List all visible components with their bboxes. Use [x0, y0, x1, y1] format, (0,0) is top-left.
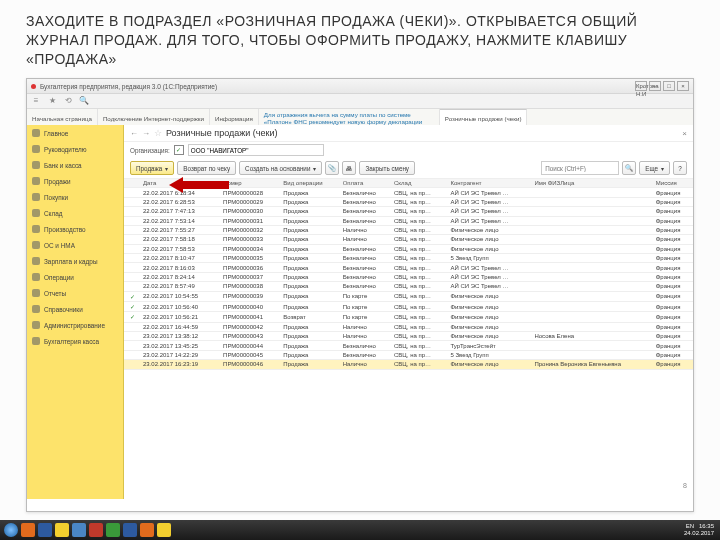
- screenshot-frame: Бухгалтерия предприятия, редакция 3.0 (1…: [26, 78, 694, 512]
- help-button[interactable]: ?: [673, 161, 687, 175]
- table-row[interactable]: 22.02.2017 6:28:53ПРМ00000029ПродажаБезн…: [124, 197, 693, 206]
- taskbar-app[interactable]: [157, 523, 171, 537]
- sidebar-label: Операции: [44, 274, 74, 281]
- sidebar-item[interactable]: Склад: [27, 205, 123, 221]
- slide-title: ЗАХОДИТЕ В ПОДРАЗДЕЛ «РОЗНИЧНАЯ ПРОДАЖА …: [26, 12, 694, 69]
- col-header[interactable]: Имя ФИЗЛица: [531, 179, 652, 188]
- window-titlebar: Бухгалтерия предприятия, редакция 3.0 (1…: [27, 79, 693, 94]
- table-row[interactable]: ✓22.02.2017 10:56:21ПРМ00000041ВозвратПо…: [124, 312, 693, 322]
- search-icon[interactable]: 🔍: [79, 96, 89, 106]
- sidebar-item[interactable]: ОС и НМА: [27, 237, 123, 253]
- sidebar: ГлавноеРуководителюБанк и кассаПродажиПо…: [27, 125, 124, 499]
- close-shift-button[interactable]: Закрыть смену: [359, 161, 415, 175]
- sidebar-item[interactable]: Главное: [27, 125, 123, 141]
- taskbar-app[interactable]: [89, 523, 103, 537]
- sale-button[interactable]: Продажа▾: [130, 161, 174, 175]
- col-header[interactable]: Миссия: [653, 179, 693, 188]
- sidebar-icon: [32, 225, 40, 233]
- history-icon[interactable]: ⟲: [63, 96, 73, 106]
- sidebar-item[interactable]: Банк и касса: [27, 157, 123, 173]
- sidebar-label: Склад: [44, 210, 63, 217]
- sidebar-item[interactable]: Покупки: [27, 189, 123, 205]
- taskbar-app[interactable]: [55, 523, 69, 537]
- back-button[interactable]: ←: [130, 129, 138, 138]
- sidebar-label: Главное: [44, 130, 68, 137]
- table-row[interactable]: 23.02.2017 16:23:19ПРМ00000046ПродажаНал…: [124, 360, 693, 369]
- table-row[interactable]: ✓22.02.2017 10:54:55ПРМ00000039ПродажаПо…: [124, 291, 693, 301]
- table-row[interactable]: 22.02.2017 7:53:14ПРМ00000031ПродажаБезн…: [124, 216, 693, 225]
- org-checkbox[interactable]: ✓: [174, 145, 184, 155]
- table-row[interactable]: 22.02.2017 8:57:49ПРМ00000038ПродажаБезн…: [124, 282, 693, 291]
- callout-arrow: [169, 177, 229, 193]
- print-icon[interactable]: 🖶: [342, 161, 356, 175]
- table-row[interactable]: 22.02.2017 7:55:27ПРМ00000032ПродажаНали…: [124, 225, 693, 234]
- sidebar-icon: [32, 129, 40, 137]
- col-header[interactable]: Номер: [220, 179, 280, 188]
- sidebar-label: Производство: [44, 226, 86, 233]
- favorite-icon[interactable]: ☆: [154, 128, 162, 138]
- sidebar-item[interactable]: Операции: [27, 269, 123, 285]
- col-header[interactable]: [124, 179, 140, 188]
- sidebar-item[interactable]: Администрирование: [27, 317, 123, 333]
- star-icon[interactable]: ★: [47, 96, 57, 106]
- sidebar-icon: [32, 305, 40, 313]
- col-header[interactable]: Контрагент: [447, 179, 531, 188]
- slide-number: 8: [683, 482, 687, 489]
- sidebar-item[interactable]: Отчеты: [27, 285, 123, 301]
- taskbar-app[interactable]: [106, 523, 120, 537]
- page-close-icon[interactable]: ×: [682, 129, 687, 138]
- maximize-button[interactable]: □: [663, 81, 675, 91]
- sidebar-icon: [32, 321, 40, 329]
- sidebar-label: Покупки: [44, 194, 68, 201]
- col-header[interactable]: Вид операции: [280, 179, 339, 188]
- table-row[interactable]: 22.02.2017 7:58:18ПРМ00000033ПродажаНали…: [124, 235, 693, 244]
- table-row[interactable]: 23.02.2017 14:22:29ПРМ00000045ПродажаБез…: [124, 350, 693, 359]
- sidebar-icon: [32, 145, 40, 153]
- sidebar-label: Отчеты: [44, 290, 66, 297]
- sidebar-item[interactable]: Руководителю: [27, 141, 123, 157]
- sidebar-item[interactable]: Производство: [27, 221, 123, 237]
- sidebar-item[interactable]: Бухгалтерия касса: [27, 333, 123, 349]
- org-field[interactable]: [188, 144, 324, 156]
- col-header[interactable]: Склад: [391, 179, 447, 188]
- org-label: Организация:: [130, 147, 170, 154]
- sidebar-item[interactable]: Продажи: [27, 173, 123, 189]
- sidebar-item[interactable]: Зарплата и кадры: [27, 253, 123, 269]
- sales-grid[interactable]: ДатаНомерВид операцииОплатаСкладКонтраге…: [124, 179, 693, 499]
- sidebar-label: Бухгалтерия касса: [44, 338, 99, 345]
- table-row[interactable]: 22.02.2017 8:10:47ПРМ00000035ПродажаБезн…: [124, 254, 693, 263]
- menu-icon[interactable]: ≡: [31, 96, 41, 106]
- table-row[interactable]: 23.02.2017 13:45:25ПРМ00000044ПродажаБез…: [124, 341, 693, 350]
- taskbar-app[interactable]: [21, 523, 35, 537]
- table-row[interactable]: 23.02.2017 13:38:12ПРМ00000043ПродажаНал…: [124, 332, 693, 341]
- sidebar-label: Администрирование: [44, 322, 105, 329]
- taskbar-app[interactable]: [123, 523, 137, 537]
- table-row[interactable]: 22.02.2017 7:47:13ПРМ00000030ПродажаБезн…: [124, 207, 693, 216]
- sidebar-label: Руководителю: [44, 146, 87, 153]
- sidebar-label: Продажи: [44, 178, 71, 185]
- sidebar-label: Справочники: [44, 306, 83, 313]
- table-row[interactable]: 22.02.2017 16:44:59ПРМ00000042ПродажаНал…: [124, 322, 693, 331]
- table-row[interactable]: 22.02.2017 7:58:53ПРМ00000034ПродажаБезн…: [124, 244, 693, 253]
- table-row[interactable]: 22.02.2017 8:24:14ПРМ00000037ПродажаБезн…: [124, 272, 693, 281]
- create-on-button[interactable]: Создать на основании▾: [239, 161, 322, 175]
- grid-search-input[interactable]: [541, 161, 619, 175]
- sidebar-icon: [32, 257, 40, 265]
- table-row[interactable]: ✓22.02.2017 10:56:40ПРМ00000040ПродажаПо…: [124, 301, 693, 311]
- sidebar-icon: [32, 241, 40, 249]
- more-button[interactable]: Еще▾: [639, 161, 670, 175]
- close-button[interactable]: ×: [677, 81, 689, 91]
- start-button[interactable]: [4, 523, 18, 537]
- col-header[interactable]: Оплата: [340, 179, 391, 188]
- user-badge: Кротова Н.И: [635, 81, 647, 91]
- taskbar-app[interactable]: [72, 523, 86, 537]
- taskbar-app[interactable]: [38, 523, 52, 537]
- minimize-button[interactable]: –: [649, 81, 661, 91]
- table-row[interactable]: 22.02.2017 8:16:03ПРМ00000036ПродажаБезн…: [124, 263, 693, 272]
- return-button[interactable]: Возврат по чеку: [177, 161, 236, 175]
- sidebar-item[interactable]: Справочники: [27, 301, 123, 317]
- taskbar-app[interactable]: [140, 523, 154, 537]
- search-button[interactable]: 🔍: [622, 161, 636, 175]
- forward-button[interactable]: →: [142, 129, 150, 138]
- attach-icon[interactable]: 📎: [325, 161, 339, 175]
